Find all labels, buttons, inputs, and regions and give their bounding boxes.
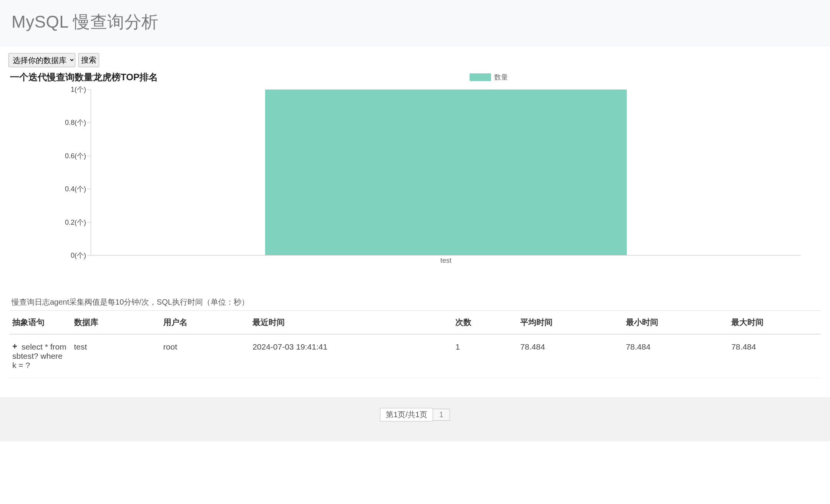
cell-recent: 2024-07-03 19:41:41: [249, 334, 452, 378]
cell-user: root: [160, 334, 249, 378]
cell-db: test: [71, 334, 160, 378]
page-header: MySQL 慢查询分析: [0, 0, 830, 46]
cell-sql: +select * from sbtest? where k = ?: [9, 334, 71, 378]
sql-text: select * from sbtest? where k = ?: [12, 342, 66, 370]
y-tick-mark: [87, 156, 91, 156]
th-user: 用户名: [160, 311, 249, 335]
table-header-row: 抽象语句 数据库 用户名 最近时间 次数 平均时间 最小时间 最大时间: [9, 311, 821, 335]
pagination: 第1页/共1页1: [0, 397, 830, 441]
chart-header: 一个迭代慢查询数量龙虎榜TOP排名 数量: [10, 71, 820, 83]
note-text: 慢查询日志agent采集阀值是每10分钟/次，SQL执行时间（单位：秒）: [0, 275, 830, 309]
y-tick-label: 0.8(个): [65, 118, 86, 127]
expand-icon[interactable]: +: [12, 342, 19, 351]
legend-label: 数量: [494, 73, 508, 82]
chart-area: 0(个)0.2(个)0.4(个)0.6(个)0.8(个)1(个) test: [15, 86, 815, 271]
db-select[interactable]: 选择你的数据库: [8, 53, 75, 67]
y-tick-label: 0(个): [71, 251, 86, 260]
y-tick-label: 1(个): [71, 85, 86, 94]
slow-query-table: 抽象语句 数据库 用户名 最近时间 次数 平均时间 最小时间 最大时间 +sel…: [9, 310, 821, 378]
chart-bar: [265, 90, 627, 255]
th-sql: 抽象语句: [9, 311, 71, 335]
cell-avg: 78.484: [517, 334, 623, 378]
th-count: 次数: [452, 311, 517, 335]
cell-max: 78.484: [728, 334, 821, 378]
x-tick-label: test: [440, 255, 452, 265]
th-max: 最大时间: [728, 311, 821, 335]
chart-plot: test: [91, 90, 801, 255]
chart-y-axis: 0(个)0.2(个)0.4(个)0.6(个)0.8(个)1(个): [15, 90, 91, 255]
chart-title: 一个迭代慢查询数量龙虎榜TOP排名: [10, 71, 158, 83]
search-button[interactable]: 搜索: [78, 53, 99, 67]
th-min: 最小时间: [623, 311, 729, 335]
y-tick-mark: [87, 90, 91, 90]
th-db: 数据库: [71, 311, 160, 335]
y-tick-mark: [87, 255, 91, 256]
legend-swatch-icon: [470, 73, 491, 81]
y-tick-mark: [87, 189, 91, 189]
page-title: MySQL 慢查询分析: [12, 11, 818, 33]
chart-legend: 数量: [158, 73, 820, 82]
cell-min: 78.484: [623, 334, 729, 378]
cell-count: 1: [452, 334, 517, 378]
y-tick-label: 0.6(个): [65, 151, 86, 161]
y-tick-mark: [87, 222, 91, 222]
controls-bar: 选择你的数据库 搜索: [0, 46, 830, 71]
th-recent: 最近时间: [249, 311, 452, 335]
y-tick-label: 0.2(个): [65, 218, 86, 227]
th-avg: 平均时间: [517, 311, 623, 335]
page-number[interactable]: 1: [433, 409, 450, 421]
y-tick-mark: [87, 123, 91, 123]
chart-block: 一个迭代慢查询数量龙虎榜TOP排名 数量 0(个)0.2(个)0.4(个)0.6…: [0, 71, 830, 275]
page-info: 第1页/共1页: [380, 408, 433, 421]
table-row: +select * from sbtest? where k = ?testro…: [9, 334, 821, 378]
y-tick-label: 0.4(个): [65, 184, 86, 194]
